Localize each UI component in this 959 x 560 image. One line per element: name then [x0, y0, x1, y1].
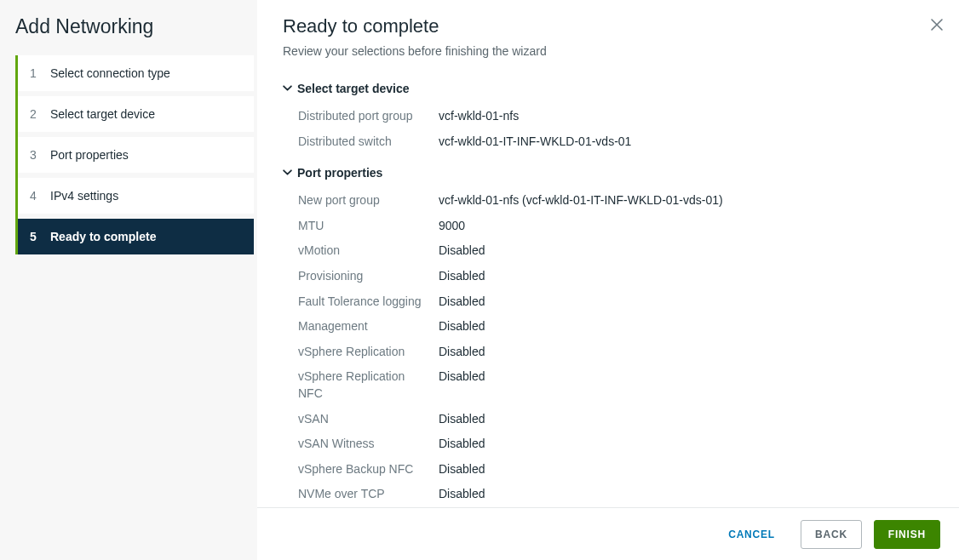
- summary-key: vSphere Backup NFC: [298, 461, 439, 478]
- step-label: Port properties: [50, 148, 129, 162]
- summary-key: Distributed switch: [298, 134, 439, 151]
- page-header: Ready to complete Review your selections…: [257, 0, 959, 70]
- summary-row: vSAN Witness Disabled: [283, 431, 933, 457]
- summary-key: vSAN Witness: [298, 436, 439, 453]
- step-number: 5: [30, 230, 38, 243]
- summary-value: vcf-wkld-01-nfs: [439, 108, 933, 125]
- summary-value: Disabled: [439, 436, 933, 453]
- summary-row: Distributed port group vcf-wkld-01-nfs: [283, 104, 933, 129]
- summary-key: vSphere Replication NFC: [298, 369, 439, 402]
- summary-row: vSAN Disabled: [283, 407, 933, 432]
- wizard-title: Add Networking: [0, 15, 257, 55]
- step-label: Select target device: [50, 107, 155, 121]
- cancel-button[interactable]: CANCEL: [715, 520, 789, 549]
- step-number: 3: [30, 148, 38, 162]
- summary-key: vMotion: [298, 243, 439, 260]
- wizard-steps: 1 Select connection type 2 Select target…: [15, 55, 254, 254]
- summary-row: vSphere Replication NFC Disabled: [283, 364, 933, 406]
- summary-row: NVMe over TCP Disabled: [283, 482, 933, 507]
- summary-value: Disabled: [439, 344, 933, 361]
- summary-value: Disabled: [439, 369, 933, 386]
- chevron-down-icon: [283, 83, 292, 94]
- summary-key: New port group: [298, 192, 439, 209]
- wizard-content-panel: Ready to complete Review your selections…: [257, 0, 959, 560]
- close-icon[interactable]: [930, 17, 944, 34]
- step-select-connection-type[interactable]: 1 Select connection type: [18, 55, 254, 91]
- section-toggle-target-device[interactable]: Select target device: [283, 82, 933, 95]
- summary-key: Management: [298, 318, 439, 335]
- section-toggle-port-properties[interactable]: Port properties: [283, 166, 933, 180]
- chevron-down-icon: [283, 168, 292, 179]
- summary-row: vSphere Replication Disabled: [283, 340, 933, 365]
- summary-key: MTU: [298, 218, 439, 235]
- section-heading: Port properties: [297, 166, 382, 180]
- summary-row: vMotion Disabled: [283, 238, 933, 264]
- step-ready-to-complete[interactable]: 5 Ready to complete: [18, 219, 254, 254]
- summary-row: Management Disabled: [283, 314, 933, 340]
- summary-key: vSphere Replication: [298, 344, 439, 361]
- summary-value: 9000: [439, 218, 933, 235]
- step-ipv4-settings[interactable]: 4 IPv4 settings: [18, 178, 254, 214]
- summary-row: vSphere Backup NFC Disabled: [283, 457, 933, 483]
- summary-row: Fault Tolerance logging Disabled: [283, 289, 933, 315]
- summary-key: Fault Tolerance logging: [298, 294, 439, 311]
- summary-key: NVMe over TCP: [298, 486, 439, 503]
- page-title: Ready to complete: [283, 15, 933, 37]
- summary-row: Distributed switch vcf-wkld-01-IT-INF-WK…: [283, 129, 933, 155]
- step-label: Ready to complete: [50, 230, 156, 243]
- summary-value: Disabled: [439, 268, 933, 285]
- summary-value: vcf-wkld-01-nfs (vcf-wkld-01-IT-INF-WKLD…: [439, 192, 933, 209]
- summary-content: Select target device Distributed port gr…: [257, 70, 959, 507]
- summary-value: Disabled: [439, 411, 933, 428]
- step-label: Select connection type: [50, 66, 170, 80]
- step-number: 1: [30, 66, 38, 80]
- summary-key: Provisioning: [298, 268, 439, 285]
- back-button[interactable]: BACK: [801, 520, 862, 549]
- summary-value: Disabled: [439, 294, 933, 311]
- page-subtitle: Review your selections before finishing …: [283, 44, 933, 58]
- section-heading: Select target device: [297, 82, 410, 95]
- finish-button[interactable]: FINISH: [874, 520, 940, 549]
- summary-row: Provisioning Disabled: [283, 264, 933, 289]
- wizard-sidebar: Add Networking 1 Select connection type …: [0, 0, 257, 560]
- summary-value: Disabled: [439, 318, 933, 335]
- step-number: 4: [30, 189, 38, 203]
- summary-value: vcf-wkld-01-IT-INF-WKLD-01-vds-01: [439, 134, 933, 151]
- summary-value: Disabled: [439, 243, 933, 260]
- summary-key: vSAN: [298, 411, 439, 428]
- summary-row: MTU 9000: [283, 214, 933, 239]
- summary-key: Distributed port group: [298, 108, 439, 125]
- summary-value: Disabled: [439, 461, 933, 478]
- step-select-target-device[interactable]: 2 Select target device: [18, 96, 254, 132]
- summary-row: New port group vcf-wkld-01-nfs (vcf-wkld…: [283, 188, 933, 214]
- step-label: IPv4 settings: [50, 189, 118, 203]
- step-port-properties[interactable]: 3 Port properties: [18, 137, 254, 173]
- summary-value: Disabled: [439, 486, 933, 503]
- wizard-footer: CANCEL BACK FINISH: [257, 507, 959, 560]
- step-number: 2: [30, 107, 38, 121]
